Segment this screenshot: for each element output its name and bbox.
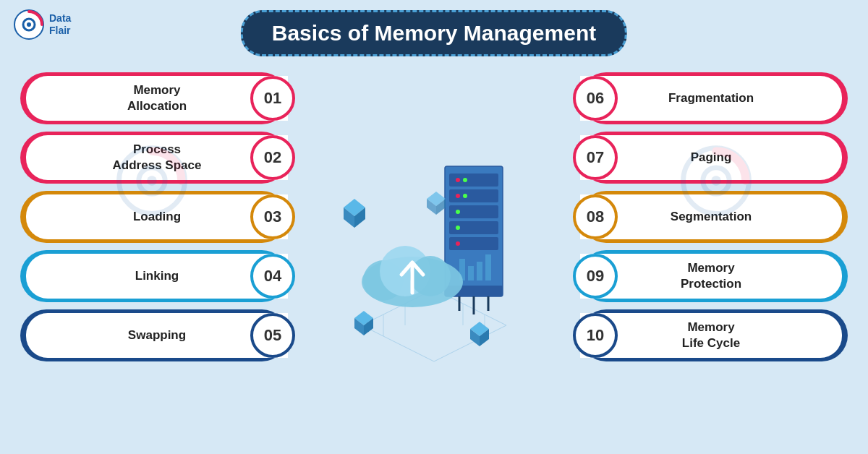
svg-point-35 [410, 256, 451, 296]
left-item-5: Swapping05 [20, 309, 288, 361]
svg-point-17 [456, 178, 460, 182]
svg-point-18 [463, 178, 467, 182]
left-item-4: Linking04 [20, 250, 288, 302]
logo: Data Flair [13, 9, 71, 40]
svg-rect-27 [485, 254, 491, 280]
right-item-num-9: 09 [573, 254, 618, 299]
right-item-10: Memory Life Cycle10 [580, 309, 848, 361]
svg-point-19 [456, 194, 460, 198]
page-title-box: Basics of Memory Management [241, 10, 627, 56]
logo-icon [13, 9, 45, 40]
logo-line1: Data [49, 12, 71, 25]
right-item-9: Memory Protection09 [580, 250, 848, 302]
page-title: Basics of Memory Management [272, 21, 596, 45]
watermark-left [116, 145, 188, 220]
svg-point-20 [463, 194, 467, 198]
right-item-6: Fragmentation06 [580, 72, 848, 124]
left-item-num-4: 04 [250, 254, 295, 299]
right-item-label-9: Memory Protection [580, 254, 842, 299]
svg-point-22 [456, 226, 460, 230]
right-item-num-10: 10 [573, 313, 618, 358]
logo-line2: Flair [49, 25, 71, 37]
left-item-num-5: 05 [250, 313, 295, 358]
watermark-right [680, 145, 752, 220]
right-item-label-10: Memory Life Cycle [580, 313, 842, 358]
left-item-label-4: Linking [26, 254, 288, 299]
left-item-num-1: 01 [250, 76, 295, 121]
svg-line-5 [362, 325, 434, 361]
svg-point-2 [27, 22, 31, 27]
left-item-num-2: 02 [250, 135, 295, 180]
right-item-num-6: 06 [573, 76, 618, 121]
left-item-1: Memory Allocation01 [20, 72, 288, 124]
svg-point-23 [456, 241, 460, 246]
svg-point-21 [456, 210, 460, 214]
center-illustration [318, 69, 550, 380]
right-item-num-8: 08 [573, 194, 618, 239]
svg-point-51 [147, 176, 157, 186]
left-item-label-5: Swapping [26, 313, 288, 358]
svg-rect-25 [468, 266, 474, 280]
left-item-label-1: Memory Allocation [26, 76, 288, 121]
svg-rect-26 [477, 262, 482, 280]
svg-point-54 [711, 176, 721, 186]
left-item-num-3: 03 [250, 194, 295, 239]
right-item-num-7: 07 [573, 135, 618, 180]
illustration-svg [326, 80, 542, 369]
right-item-label-6: Fragmentation [580, 76, 842, 121]
